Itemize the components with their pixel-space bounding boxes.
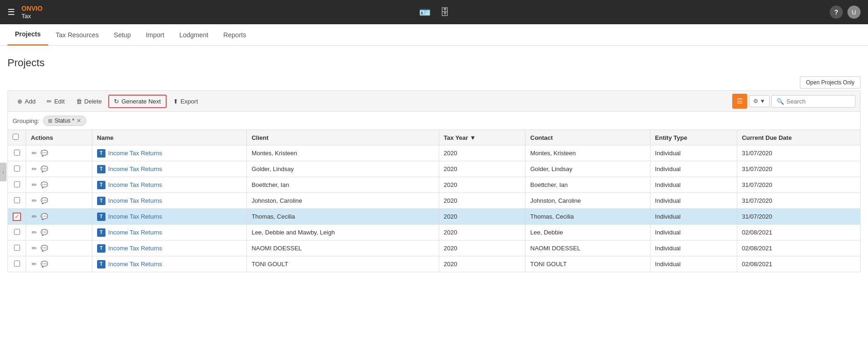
nav-item-tax-resources[interactable]: Tax Resources bbox=[48, 24, 106, 46]
row-checkbox-cell[interactable] bbox=[8, 177, 26, 193]
row-name-link[interactable]: Income Tax Returns bbox=[108, 181, 162, 188]
row-name-link[interactable]: Income Tax Returns bbox=[108, 244, 162, 251]
right-toolbar: ? U bbox=[830, 6, 861, 19]
row-client-cell: Montes, Kristeen bbox=[247, 145, 439, 161]
row-checkbox[interactable] bbox=[14, 229, 20, 235]
row-comment-button[interactable]: 💬 bbox=[40, 180, 49, 189]
user-button[interactable]: U bbox=[847, 6, 861, 19]
row-checkbox-cell[interactable] bbox=[8, 256, 26, 272]
help-button[interactable]: ? bbox=[830, 6, 843, 19]
row-entity-type-cell: Individual bbox=[650, 209, 737, 225]
open-projects-button[interactable]: Open Projects Only bbox=[800, 76, 861, 89]
row-checkbox[interactable] bbox=[14, 150, 20, 156]
row-checkbox-checked[interactable]: ✓ bbox=[13, 213, 21, 221]
row-due-date-cell: 31/07/2020 bbox=[737, 177, 860, 193]
row-edit-button[interactable]: ✏ bbox=[31, 212, 38, 221]
row-name-link[interactable]: Income Tax Returns bbox=[108, 197, 162, 204]
row-checkbox-cell[interactable] bbox=[8, 225, 26, 241]
search-box[interactable]: 🔍 bbox=[771, 95, 855, 108]
row-edit-button[interactable]: ✏ bbox=[31, 165, 38, 173]
edit-button[interactable]: ✏ Edit bbox=[42, 96, 69, 107]
row-due-date-cell: 02/08/2021 bbox=[737, 241, 860, 256]
row-contact-cell: Boettcher, Ian bbox=[525, 177, 650, 193]
row-due-date-cell: 31/07/2020 bbox=[737, 145, 860, 161]
projects-table: Actions Name Client Tax Year ▼ Contact E… bbox=[7, 130, 861, 272]
search-input[interactable] bbox=[786, 98, 850, 105]
row-entity-type-cell: Individual bbox=[650, 241, 737, 256]
row-comment-button[interactable]: 💬 bbox=[40, 260, 49, 268]
row-comment-button[interactable]: 💬 bbox=[40, 212, 49, 221]
table-row: ✏ 💬 TIncome Tax ReturnsGolder, Lindsay20… bbox=[8, 161, 861, 177]
col-tax-year[interactable]: Tax Year ▼ bbox=[439, 130, 525, 145]
row-checkbox[interactable] bbox=[14, 165, 20, 172]
row-checkbox[interactable] bbox=[14, 245, 20, 251]
grouping-tag-status[interactable]: ⊞ Status * ✕ bbox=[43, 116, 86, 126]
row-name-link[interactable]: Income Tax Returns bbox=[108, 213, 162, 220]
generate-next-label: Generate Next bbox=[121, 98, 161, 105]
delete-label: Delete bbox=[84, 98, 102, 105]
grouping-tag-label: Status * bbox=[55, 117, 74, 124]
select-all-checkbox[interactable] bbox=[13, 134, 19, 140]
row-actions-cell: ✏ 💬 bbox=[26, 193, 92, 209]
row-comment-button[interactable]: 💬 bbox=[40, 228, 49, 237]
row-checkbox-cell[interactable] bbox=[8, 241, 26, 256]
row-name-link[interactable]: Income Tax Returns bbox=[108, 165, 162, 172]
row-checkbox-cell[interactable] bbox=[8, 193, 26, 209]
add-label: Add bbox=[25, 98, 35, 105]
table-row: ✓ ✏ 💬 TIncome Tax ReturnsThomas, Cecilia… bbox=[8, 209, 861, 225]
grid-icon: ⊞ bbox=[48, 118, 52, 124]
row-checkbox[interactable] bbox=[14, 181, 20, 187]
secondary-nav: Projects Tax Resources Setup Import Lodg… bbox=[0, 24, 868, 46]
row-comment-button[interactable]: 💬 bbox=[40, 149, 49, 158]
row-edit-button[interactable]: ✏ bbox=[31, 196, 38, 205]
table-row: ✏ 💬 TIncome Tax ReturnsNAOMI DOESSEL2020… bbox=[8, 241, 861, 256]
row-name-cell: TIncome Tax Returns bbox=[92, 193, 246, 209]
row-name-link[interactable]: Income Tax Returns bbox=[108, 260, 162, 267]
row-comment-button[interactable]: 💬 bbox=[40, 196, 49, 205]
nav-item-setup[interactable]: Setup bbox=[106, 24, 139, 46]
row-entity-type-cell: Individual bbox=[650, 225, 737, 241]
row-contact-cell: TONI GOULT bbox=[525, 256, 650, 272]
nav-item-lodgment[interactable]: Lodgment bbox=[172, 24, 216, 46]
row-edit-button[interactable]: ✏ bbox=[31, 260, 38, 268]
hamburger-icon[interactable]: ☰ bbox=[7, 7, 15, 17]
table-row: ✏ 💬 TIncome Tax ReturnsTONI GOULT2020TON… bbox=[8, 256, 861, 272]
remove-grouping-icon[interactable]: ✕ bbox=[77, 117, 81, 124]
col-name: Name bbox=[92, 130, 246, 145]
type-badge: T bbox=[97, 181, 105, 189]
row-checkbox-cell[interactable] bbox=[8, 161, 26, 177]
row-checkbox-cell[interactable]: ✓ bbox=[8, 209, 26, 225]
id-card-icon[interactable]: 🪪 bbox=[419, 7, 431, 18]
grouping-label: Grouping: bbox=[13, 117, 39, 124]
row-edit-button[interactable]: ✏ bbox=[31, 228, 38, 237]
row-client-cell: NAOMI DOESSEL bbox=[247, 241, 439, 256]
generate-next-button[interactable]: ↻ Generate Next bbox=[108, 95, 167, 108]
center-toolbar: 🪪 🗄 bbox=[419, 7, 449, 18]
select-all-header[interactable] bbox=[8, 130, 26, 145]
row-tax-year-cell: 2020 bbox=[439, 193, 525, 209]
collapse-tab[interactable]: ‹ bbox=[0, 163, 7, 181]
row-edit-button[interactable]: ✏ bbox=[31, 180, 38, 189]
row-due-date-cell: 31/07/2020 bbox=[737, 161, 860, 177]
export-button[interactable]: ⬆ Export bbox=[168, 96, 203, 107]
archive-icon[interactable]: 🗄 bbox=[440, 7, 449, 18]
dropdown-arrow: ▼ bbox=[760, 98, 765, 104]
brand-logo: ONVIO Tax bbox=[21, 5, 42, 20]
row-name-link[interactable]: Income Tax Returns bbox=[108, 149, 162, 156]
row-name-link[interactable]: Income Tax Returns bbox=[108, 228, 162, 235]
row-edit-button[interactable]: ✏ bbox=[31, 149, 38, 158]
row-client-cell: TONI GOULT bbox=[247, 256, 439, 272]
nav-item-import[interactable]: Import bbox=[138, 24, 172, 46]
settings-button[interactable]: ⚙ ▼ bbox=[749, 95, 770, 107]
row-checkbox[interactable] bbox=[14, 197, 20, 203]
row-comment-button[interactable]: 💬 bbox=[40, 165, 49, 173]
row-checkbox-cell[interactable] bbox=[8, 145, 26, 161]
row-checkbox[interactable] bbox=[14, 261, 20, 267]
nav-item-reports[interactable]: Reports bbox=[216, 24, 253, 46]
delete-button[interactable]: 🗑 Delete bbox=[71, 96, 107, 107]
row-comment-button[interactable]: 💬 bbox=[40, 244, 49, 253]
nav-item-projects[interactable]: Projects bbox=[7, 24, 48, 46]
add-button[interactable]: ⊕ Add bbox=[13, 96, 40, 107]
row-edit-button[interactable]: ✏ bbox=[31, 244, 38, 253]
view-toggle-button[interactable]: ☰ bbox=[732, 94, 747, 109]
